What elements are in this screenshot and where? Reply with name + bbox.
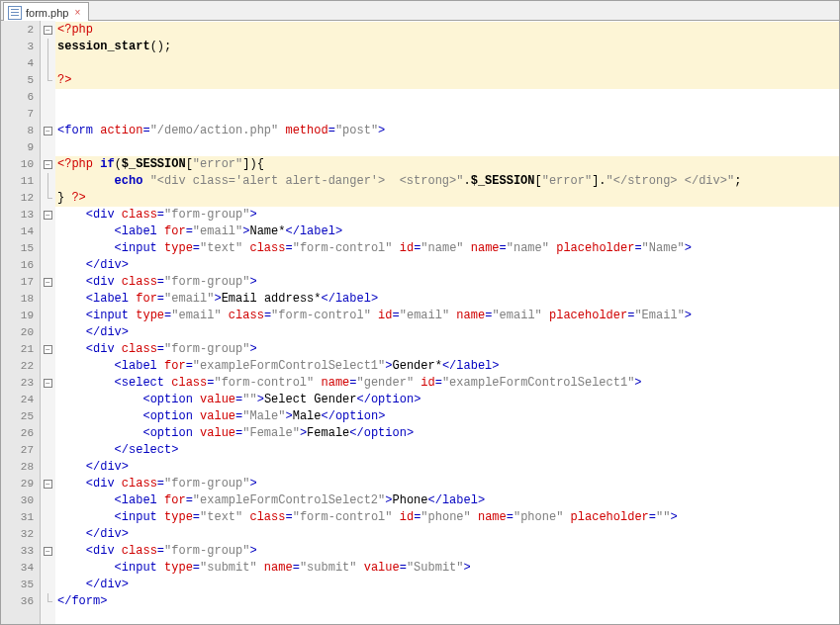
- fold-marker[interactable]: −: [41, 543, 55, 560]
- fold-marker: [41, 459, 55, 476]
- code-line: <?php: [55, 22, 839, 39]
- code-line: [55, 55, 839, 72]
- fold-marker: [41, 509, 55, 526]
- code-line: echo "<div class='alert alert-danger'> <…: [55, 173, 839, 190]
- editor-window: form.php × 23456789101112131415161718192…: [0, 0, 840, 625]
- code-editor[interactable]: 2345678910111213141516171819202122232425…: [1, 21, 839, 624]
- fold-marker: [41, 55, 55, 72]
- line-number: 25: [1, 408, 40, 425]
- line-number: 23: [1, 375, 40, 392]
- line-number: 22: [1, 358, 40, 375]
- fold-marker: [41, 39, 55, 55]
- line-number: 11: [1, 173, 40, 190]
- code-line: ?>: [55, 72, 839, 89]
- code-line: <div class="form-group">: [55, 341, 839, 358]
- file-tab[interactable]: form.php ×: [3, 2, 89, 21]
- line-number-gutter: 2345678910111213141516171819202122232425…: [1, 21, 41, 624]
- fold-marker: [41, 425, 55, 442]
- fold-marker: [41, 257, 55, 274]
- fold-marker: [41, 173, 55, 190]
- code-line: session_start();: [55, 39, 839, 55]
- code-line: <select class="form-control" name="gende…: [55, 375, 839, 392]
- fold-marker[interactable]: −: [41, 274, 55, 291]
- line-number: 8: [1, 123, 40, 139]
- code-line: <option value="Female">Female</option>: [55, 425, 839, 442]
- code-line: [55, 106, 839, 123]
- fold-marker: [41, 408, 55, 425]
- line-number: 17: [1, 274, 40, 291]
- line-number: 10: [1, 156, 40, 173]
- tab-filename: form.php: [26, 7, 68, 19]
- code-line: [55, 89, 839, 106]
- code-line: <option value="">Select Gender</option>: [55, 392, 839, 408]
- fold-marker[interactable]: −: [41, 375, 55, 392]
- line-number: 20: [1, 324, 40, 341]
- fold-marker: [41, 240, 55, 257]
- fold-marker: [41, 526, 55, 543]
- fold-marker: [41, 139, 55, 156]
- line-number: 26: [1, 425, 40, 442]
- code-line: <div class="form-group">: [55, 274, 839, 291]
- line-number: 30: [1, 492, 40, 509]
- fold-marker[interactable]: −: [41, 123, 55, 139]
- code-line: <form action="/demo/action.php" method="…: [55, 123, 839, 139]
- fold-marker: [41, 492, 55, 509]
- fold-marker[interactable]: −: [41, 207, 55, 223]
- line-number: 34: [1, 560, 40, 577]
- line-number: 33: [1, 543, 40, 560]
- code-line: </select>: [55, 442, 839, 459]
- line-number: 9: [1, 139, 40, 156]
- code-line: [55, 139, 839, 156]
- fold-marker: [41, 560, 55, 577]
- line-number: 12: [1, 190, 40, 207]
- code-line: </div>: [55, 459, 839, 476]
- fold-marker: [41, 291, 55, 308]
- line-number: 19: [1, 308, 40, 324]
- code-line: <input type="text" class="form-control" …: [55, 509, 839, 526]
- fold-marker[interactable]: −: [41, 156, 55, 173]
- line-number: 27: [1, 442, 40, 459]
- code-line: <option value="Male">Male</option>: [55, 408, 839, 425]
- code-line: <label for="email">Email address*</label…: [55, 291, 839, 308]
- line-number: 13: [1, 207, 40, 223]
- line-number: 15: [1, 240, 40, 257]
- line-number: 29: [1, 476, 40, 492]
- code-line: </div>: [55, 257, 839, 274]
- code-line: <input type="submit" name="submit" value…: [55, 560, 839, 577]
- fold-marker[interactable]: −: [41, 22, 55, 39]
- code-line: <?php if($_SESSION["error"]){: [55, 156, 839, 173]
- code-area[interactable]: <?phpsession_start();?><form action="/de…: [55, 21, 839, 624]
- code-line: </div>: [55, 577, 839, 593]
- line-number: 35: [1, 577, 40, 593]
- fold-marker: [41, 89, 55, 106]
- code-line: <label for="email">Name*</label>: [55, 223, 839, 240]
- code-line: } ?>: [55, 190, 839, 207]
- fold-marker: [41, 442, 55, 459]
- fold-marker[interactable]: −: [41, 341, 55, 358]
- tab-close-icon[interactable]: ×: [72, 7, 82, 18]
- code-line: <input type="text" class="form-control" …: [55, 240, 839, 257]
- line-number: 24: [1, 392, 40, 408]
- line-number: 18: [1, 291, 40, 308]
- line-number: 36: [1, 593, 40, 610]
- code-line: <div class="form-group">: [55, 543, 839, 560]
- code-line: <input type="email" class="form-control"…: [55, 308, 839, 324]
- fold-column[interactable]: −−−−−−−−−: [41, 21, 55, 624]
- line-number: 7: [1, 106, 40, 123]
- tab-bar: form.php ×: [1, 1, 839, 21]
- fold-marker[interactable]: −: [41, 476, 55, 492]
- line-number: 21: [1, 341, 40, 358]
- code-line: <label for="exampleFormControlSelect2">P…: [55, 492, 839, 509]
- fold-marker: [41, 324, 55, 341]
- line-number: 2: [1, 22, 40, 39]
- fold-marker: [41, 190, 55, 207]
- fold-marker: [41, 72, 55, 89]
- code-line: </div>: [55, 526, 839, 543]
- line-number: 16: [1, 257, 40, 274]
- code-line: <label for="exampleFormControlSelect1">G…: [55, 358, 839, 375]
- line-number: 5: [1, 72, 40, 89]
- line-number: 28: [1, 459, 40, 476]
- fold-marker: [41, 106, 55, 123]
- line-number: 3: [1, 39, 40, 55]
- line-number: 4: [1, 55, 40, 72]
